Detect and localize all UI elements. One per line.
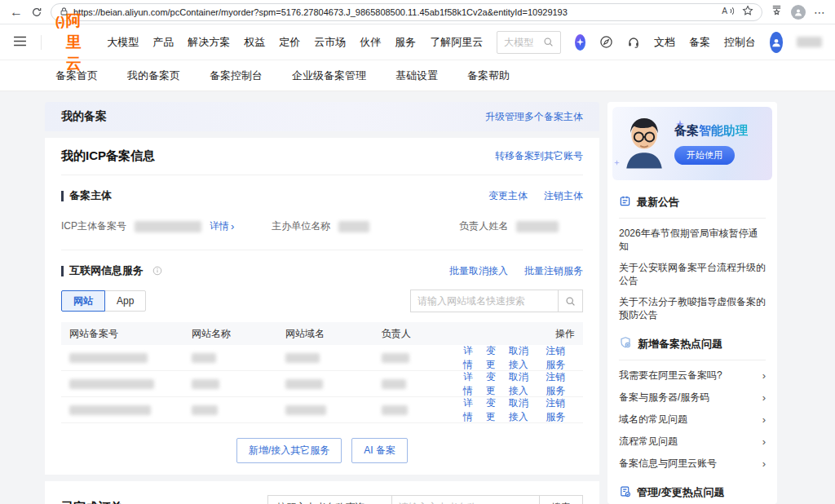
announcement-item[interactable]: 关于公安联网备案平台流程升级的公告 [619, 253, 766, 287]
divider [61, 250, 583, 250]
redacted-cell [69, 405, 151, 415]
search-icon[interactable] [558, 290, 582, 312]
add-service-button[interactable]: 新增/接入其它服务 [236, 438, 342, 463]
search-icon[interactable] [543, 37, 554, 47]
compass-icon[interactable] [599, 35, 613, 49]
user-avatar[interactable] [770, 32, 784, 53]
faq-item[interactable]: 流程常见问题› [619, 427, 766, 449]
upgrade-multi-subject-link[interactable]: 升级管理多个备案主体 [485, 110, 583, 124]
url-text: https://beian.aliyun.com/pcContainer/myo… [73, 7, 717, 17]
faq-item[interactable]: 备案与服务器/服务码› [619, 382, 766, 405]
chevron-right-icon: › [762, 458, 766, 469]
row-action-deregister[interactable]: 注销服务 [546, 344, 575, 372]
row-action-detail[interactable]: 详情 [463, 344, 478, 372]
nav-item-llm[interactable]: 大模型 [107, 35, 139, 50]
address-bar[interactable]: https://beian.aliyun.com/pcContainer/myo… [51, 3, 762, 21]
row-action-detail[interactable]: 详情 [463, 396, 478, 424]
col-site-name: 网站名称 [192, 327, 285, 341]
beian-sub-navigation: 备案首页 我的备案页 备案控制台 企业级备案管理 基础设置 备案帮助 [0, 60, 835, 91]
headset-icon[interactable] [627, 36, 640, 49]
section-bar [61, 266, 64, 276]
row-action-detail[interactable]: 详情 [463, 370, 478, 398]
announcement-item[interactable]: 2026年春节假期管局审核暂停通知 [619, 219, 766, 253]
col-beian-number: 网站备案号 [69, 327, 192, 341]
faq-new-title: 新增备案热点问题 [638, 337, 722, 351]
person-name-label: 负责人姓名 [459, 219, 508, 233]
row-action-deregister[interactable]: 注销服务 [546, 396, 575, 424]
page-content: 我的备案 升级管理多个备案主体 我的ICP备案信息 转移备案到其它账号 备案主体… [0, 91, 835, 504]
nav-item-marketplace[interactable]: 云市场 [314, 35, 346, 50]
change-subject-link[interactable]: 变更主体 [488, 189, 528, 203]
nav-item-benefits[interactable]: 权益 [244, 35, 265, 50]
subnav-my-beian[interactable]: 我的备案页 [127, 69, 180, 83]
browser-menu-icon[interactable]: ⋯ [814, 7, 825, 18]
nav-link-beian[interactable]: 备案 [689, 35, 710, 50]
orders-search-box[interactable] [391, 495, 540, 504]
chevron-right-icon: › [762, 414, 766, 425]
page-title: 我的备案 [61, 109, 107, 124]
table-row: 详情 变更 取消接入 注销服务 [61, 345, 583, 371]
domain-search-input[interactable] [411, 295, 558, 307]
nav-item-about[interactable]: 了解阿里云 [430, 35, 483, 50]
info-icon[interactable] [152, 266, 162, 276]
domain-search-box[interactable] [410, 290, 583, 312]
collections-icon[interactable] [771, 4, 783, 20]
subnav-basic-settings[interactable]: 基础设置 [395, 69, 438, 83]
subnav-beian-help[interactable]: 备案帮助 [467, 69, 510, 83]
faq-item[interactable]: 备案信息与阿里云账号› [619, 449, 766, 471]
row-action-cancel-access[interactable]: 取消接入 [509, 396, 538, 424]
aliyun-logo[interactable]: (-) 阿里云 [55, 11, 92, 74]
deregister-subject-link[interactable]: 注销主体 [544, 189, 583, 203]
row-action-change[interactable]: 变更 [486, 370, 501, 398]
nav-item-partners[interactable]: 伙伴 [360, 35, 381, 50]
hamburger-menu-icon[interactable] [13, 35, 27, 50]
aliyun-logo-mark: (-) [55, 15, 64, 29]
ai-beian-button[interactable]: AI 备案 [351, 438, 408, 463]
transfer-beian-link[interactable]: 转移备案到其它账号 [495, 149, 583, 163]
table-footer-buttons: 新增/接入其它服务 AI 备案 [61, 438, 583, 463]
row-action-deregister[interactable]: 注销服务 [546, 370, 575, 398]
read-aloud-icon[interactable]: A [722, 5, 736, 20]
chevron-right-icon: › [762, 436, 766, 447]
chevron-right-icon: › [762, 370, 766, 381]
subnav-beian-home[interactable]: 备案首页 [55, 69, 98, 83]
orders-search-button[interactable]: 搜索 [539, 495, 583, 504]
orders-filter-select[interactable]: 按照主办者名称查询 ∨ [267, 495, 392, 504]
top-search-box[interactable] [497, 31, 561, 54]
nav-item-pricing[interactable]: 定价 [279, 35, 300, 50]
row-action-change[interactable]: 变更 [486, 344, 501, 372]
batch-cancel-access-link[interactable]: 批量取消接入 [449, 264, 508, 278]
browser-chrome: ← https://beian.aliyun.com/pcContainer/m… [0, 0, 835, 24]
row-action-cancel-access[interactable]: 取消接入 [509, 370, 538, 398]
nav-item-products[interactable]: 产品 [152, 35, 174, 50]
browser-profile-avatar[interactable] [791, 5, 806, 20]
back-icon[interactable]: ← [10, 6, 23, 19]
chevron-right-icon: › [762, 392, 766, 403]
tab-app[interactable]: App [104, 290, 146, 312]
redacted-cell [192, 379, 219, 389]
nav-item-services[interactable]: 服务 [395, 35, 416, 50]
announcement-item[interactable]: 关于不法分子教唆指导虚假备案的预防公告 [619, 287, 766, 321]
tongyi-app-icon[interactable] [575, 34, 585, 51]
nav-link-console[interactable]: 控制台 [724, 35, 756, 50]
assistant-start-button[interactable]: 开始使用 [674, 146, 735, 165]
row-action-cancel-access[interactable]: 取消接入 [509, 344, 538, 372]
faq-item[interactable]: 我需要在阿里云备案吗?› [619, 360, 766, 382]
favorite-star-icon[interactable] [742, 5, 753, 20]
top-search-input[interactable] [504, 37, 540, 48]
row-action-change[interactable]: 变更 [486, 396, 501, 424]
aliyun-logo-text: 阿里云 [66, 11, 92, 74]
nav-item-solutions[interactable]: 解决方案 [188, 35, 230, 50]
refresh-icon[interactable] [31, 7, 42, 18]
batch-deregister-service-link[interactable]: 批量注销服务 [524, 264, 583, 278]
subnav-enterprise-beian[interactable]: 企业级备案管理 [292, 69, 366, 83]
subnav-beian-console[interactable]: 备案控制台 [210, 69, 263, 83]
page-header-band: 我的备案 升级管理多个备案主体 [45, 102, 599, 131]
announcement-calendar-icon [619, 195, 631, 210]
nav-link-docs[interactable]: 文档 [654, 35, 675, 50]
subject-detail-link[interactable]: 详情 › [210, 219, 234, 233]
faq-item[interactable]: 域名的常见问题› [619, 405, 766, 427]
top-navigation: (-) 阿里云 大模型 产品 解决方案 权益 定价 云市场 伙伴 服务 了解阿里… [0, 24, 835, 60]
tab-website[interactable]: 网站 [61, 290, 105, 312]
announcements-title: 最新公告 [637, 195, 679, 210]
